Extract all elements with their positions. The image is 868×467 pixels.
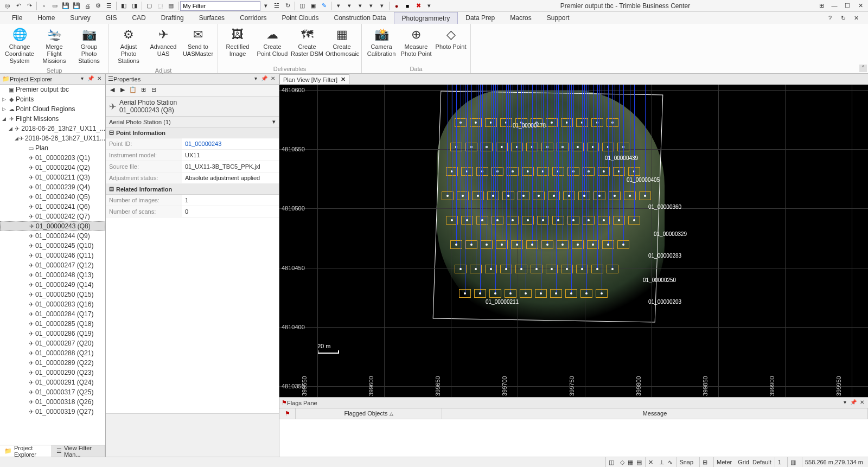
cancel-icon[interactable]: ✖ bbox=[413, 1, 423, 11]
tree-flight-missions[interactable]: ◢✈Flight Missions bbox=[0, 114, 105, 124]
panel-menu-icon[interactable]: ▾ bbox=[252, 75, 259, 83]
pin-icon[interactable]: 📌 bbox=[260, 75, 268, 83]
create-point-cloud[interactable]: ☁Create Point Cloud bbox=[255, 25, 290, 65]
status-icon-i[interactable]: ▥ bbox=[787, 457, 799, 467]
photo-station-point[interactable] bbox=[462, 195, 464, 197]
photo-station-point[interactable] bbox=[611, 268, 614, 270]
status-icon-g[interactable]: ∿ bbox=[668, 459, 673, 466]
minimize-icon[interactable]: — bbox=[829, 1, 839, 11]
message-column[interactable]: Message bbox=[442, 408, 868, 419]
expand-icon[interactable]: ⊞ bbox=[139, 86, 148, 95]
photo-station-point[interactable] bbox=[477, 195, 479, 197]
photo-station-point[interactable] bbox=[561, 244, 564, 246]
adjust-photo-stations[interactable]: ⚙Adjust Photo Stations bbox=[111, 25, 146, 66]
menu-support[interactable]: Support bbox=[539, 12, 577, 24]
photo-station-point[interactable] bbox=[555, 292, 557, 295]
tree-station[interactable]: ✈01_00000317 (Q25) bbox=[0, 387, 105, 397]
status-icon-e[interactable]: ✕ bbox=[645, 457, 656, 467]
menu-file[interactable]: File bbox=[4, 12, 30, 24]
photo-station-point[interactable] bbox=[507, 195, 509, 197]
tree-station[interactable]: ✈01_00000211 (Q3) bbox=[0, 172, 105, 182]
prop-section-header[interactable]: ⊟Related Information bbox=[106, 184, 279, 195]
photo-station-point[interactable] bbox=[553, 195, 555, 197]
redo-icon[interactable]: ↷ bbox=[24, 1, 34, 11]
photo-station-point[interactable] bbox=[479, 292, 481, 295]
tree-station[interactable]: ✈01_00000245 (Q10) bbox=[0, 241, 105, 251]
photo-station-point[interactable] bbox=[501, 244, 503, 246]
photo-station-point[interactable] bbox=[601, 292, 603, 295]
tree-submission[interactable]: ◢✈2018-06-26_13h27_UX11... bbox=[0, 133, 105, 143]
menu-photogrammetry[interactable]: Photogrammetry bbox=[394, 12, 458, 24]
copy-icon[interactable]: 📋 bbox=[129, 86, 137, 95]
menu-surfaces[interactable]: Surfaces bbox=[192, 12, 232, 24]
box-icon[interactable]: ▢ bbox=[144, 1, 154, 11]
status-icon-b[interactable]: ◇ bbox=[620, 459, 624, 466]
photo-station-point[interactable] bbox=[577, 244, 579, 246]
tree-station[interactable]: ✈01_00000249 (Q14) bbox=[0, 280, 105, 290]
photo-station-point[interactable] bbox=[557, 219, 559, 221]
close-window-icon[interactable]: ✕ bbox=[856, 1, 865, 11]
tree-station[interactable]: ✈01_00000244 (Q9) bbox=[0, 231, 105, 241]
tree-station[interactable]: ✈01_00000288 (Q21) bbox=[0, 348, 105, 358]
tree-station[interactable]: ✈01_00000286 (Q19) bbox=[0, 329, 105, 338]
rectified-image[interactable]: 🖼Rectified Image bbox=[220, 25, 255, 65]
photo-station-point[interactable] bbox=[492, 195, 494, 197]
undo-icon[interactable]: ↶ bbox=[14, 1, 23, 11]
restore-icon[interactable]: ↻ bbox=[838, 13, 848, 23]
panel-menu-icon[interactable]: ▾ bbox=[78, 75, 86, 83]
status-icon-a[interactable]: ◫ bbox=[605, 457, 617, 467]
pen-icon[interactable]: ✎ bbox=[319, 1, 329, 11]
tree-station[interactable]: ✈01_00000250 (Q15) bbox=[0, 290, 105, 299]
change-coord-system[interactable]: 🌐Change Coordinate System bbox=[2, 25, 37, 66]
tree-points[interactable]: ▷◆Points bbox=[0, 94, 105, 104]
collapse-icon[interactable]: ⊟ bbox=[149, 86, 158, 95]
plan-view-tab[interactable]: Plan View [My Filter] ✕ bbox=[279, 74, 349, 84]
forward-icon[interactable]: ▶ bbox=[118, 86, 127, 95]
photo-station-point[interactable] bbox=[535, 268, 538, 270]
dropdown-d-icon[interactable]: ▾ bbox=[366, 1, 376, 11]
close-panel-icon[interactable]: ✕ bbox=[269, 75, 277, 83]
photo-station-point[interactable] bbox=[592, 244, 594, 246]
status-icon-d[interactable]: ▤ bbox=[636, 459, 642, 466]
tree-root[interactable]: ▣Premier output tbc bbox=[0, 85, 105, 94]
toggle-a-icon[interactable]: ◧ bbox=[119, 1, 129, 11]
photo-station-point[interactable] bbox=[451, 219, 453, 221]
dropdown-c-icon[interactable]: ▾ bbox=[355, 1, 365, 11]
photo-station-point[interactable] bbox=[540, 292, 542, 295]
plan-view-canvas[interactable]: 20 m 48106004810550481050048104504810400… bbox=[279, 85, 868, 397]
pin-icon[interactable]: 📌 bbox=[87, 75, 94, 83]
photo-station-point[interactable] bbox=[531, 244, 533, 246]
flags-grid-body[interactable] bbox=[279, 419, 868, 457]
photo-station-point[interactable] bbox=[546, 244, 548, 246]
photo-station-point[interactable] bbox=[527, 219, 529, 221]
dropdown-a-icon[interactable]: ▾ bbox=[334, 1, 343, 11]
tree-station[interactable]: ✈01_00000289 (Q22) bbox=[0, 358, 105, 368]
prop-section-header[interactable]: ⊟Point Information bbox=[106, 127, 279, 138]
refresh-filter-icon[interactable]: ↻ bbox=[283, 1, 292, 11]
group-photo-stations[interactable]: 📷Group Photo Stations bbox=[72, 25, 106, 66]
photo-station-point[interactable] bbox=[466, 219, 468, 221]
back-icon[interactable]: ◀ bbox=[108, 86, 117, 95]
help-tip-icon[interactable]: ⊞ bbox=[816, 1, 826, 11]
tree-station[interactable]: ✈01_00000290 (Q23) bbox=[0, 368, 105, 378]
photo-station-point[interactable] bbox=[486, 244, 488, 246]
photo-station-point[interactable] bbox=[644, 195, 646, 197]
dropdown-e-icon[interactable]: ▾ bbox=[377, 1, 387, 11]
tab-project-explorer[interactable]: 📁Project Explorer bbox=[0, 445, 52, 457]
camera-calibration[interactable]: 📸Camera Calibration bbox=[364, 25, 399, 65]
measure-photo-point[interactable]: ⊕Measure Photo Point bbox=[399, 25, 433, 65]
status-icon-f[interactable]: ⊥ bbox=[659, 459, 665, 466]
pin-icon[interactable]: 📌 bbox=[850, 399, 857, 407]
photo-station-point[interactable] bbox=[622, 244, 624, 246]
tree-station[interactable]: ✈01_00000204 (Q2) bbox=[0, 163, 105, 172]
menu-corridors[interactable]: Corridors bbox=[232, 12, 274, 24]
save-icon[interactable]: 💾 bbox=[61, 1, 71, 11]
filter-dropdown-icon[interactable]: ▾ bbox=[261, 1, 271, 11]
photo-station-point[interactable] bbox=[596, 268, 598, 270]
tree-station[interactable]: ✈01_00000243 (Q8) bbox=[0, 221, 105, 231]
select-icon[interactable]: ◫ bbox=[297, 1, 307, 11]
photo-station-point[interactable] bbox=[614, 195, 616, 197]
photo-station-point[interactable] bbox=[618, 219, 620, 221]
photo-station-point[interactable] bbox=[490, 268, 492, 270]
photo-station-point[interactable] bbox=[464, 292, 466, 295]
